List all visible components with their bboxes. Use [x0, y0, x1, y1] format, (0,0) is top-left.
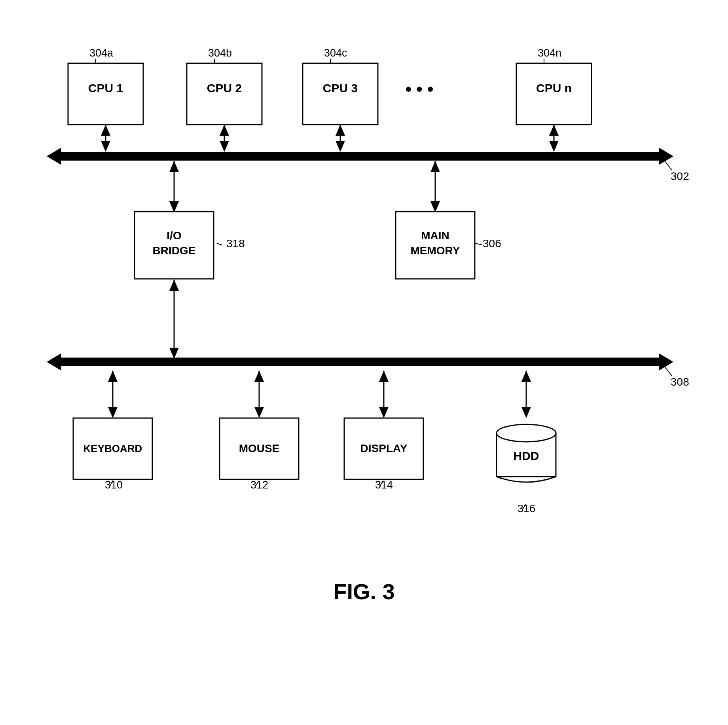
svg-rect-64 [303, 63, 378, 125]
svg-marker-2 [659, 148, 673, 165]
svg-point-81 [497, 424, 556, 442]
svg-text:304a: 304a [89, 47, 114, 59]
svg-text:304n: 304n [538, 47, 561, 59]
svg-text:DISPLAY: DISPLAY [360, 442, 408, 454]
svg-text:CPU 3: CPU 3 [323, 81, 358, 95]
svg-text:CPU 1: CPU 1 [88, 81, 123, 95]
svg-line-57 [380, 481, 383, 486]
svg-marker-26 [169, 348, 179, 359]
svg-marker-1 [47, 148, 61, 165]
svg-rect-78 [344, 418, 423, 479]
svg-line-41 [217, 243, 222, 245]
svg-text:312: 312 [250, 479, 268, 491]
svg-marker-28 [108, 371, 118, 382]
svg-rect-80 [497, 433, 556, 477]
svg-marker-14 [336, 141, 345, 152]
svg-marker-7 [101, 125, 110, 136]
svg-marker-13 [336, 125, 345, 136]
svg-text:310: 310 [105, 479, 123, 491]
svg-text:304b: 304b [208, 47, 232, 59]
svg-text:304c: 304c [324, 47, 347, 59]
svg-marker-31 [254, 371, 264, 382]
svg-text:MAIN: MAIN [421, 229, 449, 242]
fig-label: FIG. 3 [333, 579, 395, 604]
ref-318: 318 [226, 237, 245, 250]
svg-rect-66 [516, 63, 592, 125]
svg-marker-29 [108, 407, 118, 418]
svg-marker-22 [430, 161, 440, 172]
svg-marker-11 [220, 141, 229, 152]
svg-text:MEMORY: MEMORY [411, 244, 460, 257]
svg-marker-20 [169, 201, 179, 212]
diagram: 302 308 318 306 • • • 304a 304b 304c 304… [40, 24, 688, 657]
svg-text:CPU n: CPU n [536, 81, 572, 95]
svg-text:316: 316 [518, 503, 535, 515]
svg-marker-35 [379, 407, 389, 418]
svg-marker-10 [220, 125, 229, 136]
ref-308: 308 [671, 376, 689, 388]
svg-text:KEYBOARD: KEYBOARD [83, 443, 142, 454]
svg-text:BRIDGE: BRIDGE [153, 244, 196, 257]
svg-rect-60 [68, 63, 143, 125]
svg-line-55 [256, 481, 259, 486]
svg-text:MOUSE: MOUSE [239, 442, 280, 454]
svg-text:• • •: • • • [406, 79, 434, 98]
svg-marker-5 [659, 353, 673, 371]
svg-line-42 [475, 243, 482, 245]
svg-rect-76 [220, 418, 299, 479]
svg-rect-62 [187, 63, 262, 125]
svg-text:314: 314 [375, 479, 393, 491]
svg-rect-68 [135, 212, 214, 279]
svg-text:I/O: I/O [167, 229, 181, 242]
svg-marker-38 [521, 371, 531, 382]
svg-marker-16 [549, 125, 559, 136]
svg-rect-71 [396, 212, 475, 279]
svg-text:CPU 2: CPU 2 [207, 81, 242, 95]
ref-302: 302 [671, 170, 689, 182]
svg-marker-25 [169, 280, 179, 291]
svg-line-59 [523, 504, 525, 509]
svg-marker-19 [169, 161, 179, 172]
svg-line-40 [665, 367, 672, 376]
svg-marker-4 [47, 353, 61, 371]
svg-marker-34 [379, 371, 389, 382]
svg-line-53 [110, 481, 113, 486]
svg-line-39 [665, 161, 672, 170]
ref-306: 306 [483, 237, 501, 250]
svg-marker-8 [101, 141, 110, 152]
svg-marker-23 [430, 201, 440, 212]
svg-marker-37 [521, 407, 531, 418]
svg-text:HDD: HDD [514, 449, 539, 462]
svg-marker-17 [549, 141, 559, 152]
svg-rect-74 [73, 418, 152, 479]
svg-marker-32 [254, 407, 264, 418]
